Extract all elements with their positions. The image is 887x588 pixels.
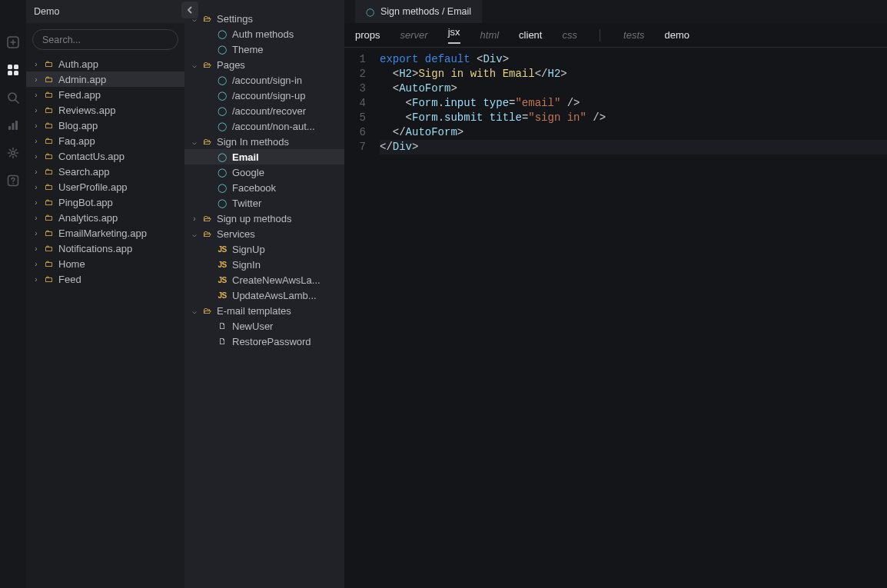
folder-icon: 🗀 [43, 167, 54, 176]
view-tests[interactable]: tests [623, 29, 644, 41]
item-label: Notifications.app [58, 243, 132, 254]
group-header[interactable]: ⌵🗁E-mail templates [184, 303, 344, 318]
search-input[interactable] [32, 29, 178, 50]
project-title-bar: Demo [26, 0, 184, 23]
tree-item[interactable]: ◯Email [184, 149, 344, 164]
group-header[interactable]: ⌵🗁Settings [184, 11, 344, 26]
tree-item[interactable]: ◯/account/recover [184, 103, 344, 118]
app-item[interactable]: ›🗀Faq.app [26, 133, 184, 148]
view-client[interactable]: client [519, 29, 542, 41]
tree-item[interactable]: ◯/account/non-aut... [184, 118, 344, 134]
code-line: <AutoForm> [380, 81, 887, 96]
chevron-right-icon: › [32, 106, 40, 115]
folder-open-icon: 🗁 [201, 60, 212, 69]
item-label: PingBot.app [58, 197, 113, 208]
js-icon: JS [217, 261, 228, 269]
tree-item[interactable]: ◯/account/sign-up [184, 88, 344, 103]
folder-icon: 🗀 [43, 213, 54, 222]
chart-icon[interactable] [6, 118, 20, 132]
gear-icon[interactable] [6, 146, 20, 160]
item-label: Home [58, 258, 85, 270]
view-html[interactable]: html [480, 29, 500, 41]
app-item[interactable]: ›🗀Notifications.app [26, 241, 184, 256]
app-item[interactable]: ›🗀UserProfile.app [26, 179, 184, 194]
item-label: RestorePassword [232, 336, 311, 347]
group-header[interactable]: ⌵🗁Pages [184, 57, 344, 72]
item-label: /account/sign-in [232, 75, 302, 86]
circle-icon: ◯ [217, 45, 228, 55]
view-server[interactable]: server [400, 29, 428, 41]
app-item[interactable]: ›🗀PingBot.app [26, 194, 184, 210]
tree-item[interactable]: ◯Google [184, 164, 344, 180]
tree-item[interactable]: 🗋RestorePassword [184, 334, 344, 349]
line-gutter: 1234567 [344, 48, 374, 588]
chevron-right-icon: › [32, 229, 40, 238]
apps-icon[interactable] [6, 63, 20, 77]
tree-item[interactable]: ◯Auth methods [184, 26, 344, 42]
view-css[interactable]: css [562, 29, 577, 41]
tree-item[interactable]: JSUpdateAwsLamb... [184, 287, 344, 303]
app-item[interactable]: ›🗀EmailMarketing.app [26, 225, 184, 241]
folder-icon: 🗀 [43, 75, 54, 84]
app-item[interactable]: ›🗀Feed.app [26, 87, 184, 102]
app-item[interactable]: ›🗀ContactUs.app [26, 148, 184, 164]
apps-tree: ›🗀Auth.app›🗀Admin.app›🗀Feed.app›🗀Reviews… [26, 55, 184, 288]
app-item[interactable]: ›🗀Analytics.app [26, 210, 184, 225]
group-label: Sign In methods [217, 136, 289, 148]
code-line: </Div> [380, 140, 887, 154]
help-icon[interactable] [6, 174, 20, 188]
item-label: Auth.app [58, 58, 98, 70]
active-tab[interactable]: ◯ Sign methods / Email [355, 0, 483, 23]
app-item[interactable]: ›🗀Admin.app [26, 71, 184, 87]
group-label: E-mail templates [217, 305, 291, 317]
item-label: NewUser [232, 321, 273, 332]
folder-icon: 🗀 [43, 121, 54, 130]
app-item[interactable]: ›🗀Search.app [26, 164, 184, 179]
item-label: Feed [58, 274, 81, 285]
group-header[interactable]: ⌵🗁Services [184, 226, 344, 241]
folder-open-icon: 🗁 [201, 137, 212, 146]
folder-icon: 🗀 [43, 105, 54, 115]
app-item[interactable]: ›🗀Feed [26, 271, 184, 287]
svg-rect-7 [12, 123, 15, 130]
tree-item[interactable]: 🗋NewUser [184, 318, 344, 334]
structure-panel: ⌵🗁Settings◯Auth methods◯Theme⌵🗁Pages◯/ac… [184, 0, 344, 588]
folder-icon: 🗀 [43, 90, 54, 99]
search-icon[interactable] [6, 91, 20, 105]
circle-icon: ◯ [217, 106, 228, 116]
item-label: CreateNewAwsLa... [232, 274, 321, 286]
plus-icon[interactable] [6, 35, 20, 49]
icon-strip [0, 0, 26, 588]
group-header[interactable]: ›🗁Sign up methods [184, 211, 344, 226]
tree-item[interactable]: ◯Twitter [184, 195, 344, 211]
code-editor[interactable]: 1234567 export default <Div> <H2>Sign in… [344, 48, 887, 588]
collapse-panel-button[interactable] [181, 2, 198, 18]
item-label: Auth methods [232, 28, 294, 40]
item-label: SignUp [232, 244, 265, 255]
item-label: Analytics.app [58, 212, 118, 224]
tree-item[interactable]: ◯/account/sign-in [184, 72, 344, 88]
app-item[interactable]: ›🗀Home [26, 256, 184, 271]
js-icon: JS [217, 245, 228, 254]
item-label: Blog.app [58, 120, 98, 131]
chevron-right-icon: › [32, 60, 40, 68]
chevron-right-icon: › [32, 121, 40, 130]
tree-item[interactable]: JSSignIn [184, 257, 344, 272]
app-item[interactable]: ›🗀Auth.app [26, 56, 184, 71]
view-jsx[interactable]: jsx [448, 26, 460, 44]
tree-item[interactable]: ◯Theme [184, 42, 344, 57]
group-header[interactable]: ⌵🗁Sign In methods [184, 134, 344, 149]
code-line: <Form.submit title="sign in" /> [380, 111, 887, 125]
tree-item[interactable]: JSSignUp [184, 241, 344, 257]
view-demo[interactable]: demo [665, 29, 690, 41]
circle-icon: ◯ [217, 91, 228, 101]
item-label: EmailMarketing.app [58, 228, 147, 239]
tree-item[interactable]: ◯Facebook [184, 180, 344, 195]
app-item[interactable]: ›🗀Reviews.app [26, 102, 184, 118]
chevron-right-icon: › [32, 75, 40, 84]
folder-open-icon: 🗁 [201, 214, 212, 223]
view-props[interactable]: props [355, 29, 380, 41]
app-item[interactable]: ›🗀Blog.app [26, 118, 184, 133]
item-label: UserProfile.app [58, 181, 128, 193]
tree-item[interactable]: JSCreateNewAwsLa... [184, 272, 344, 287]
